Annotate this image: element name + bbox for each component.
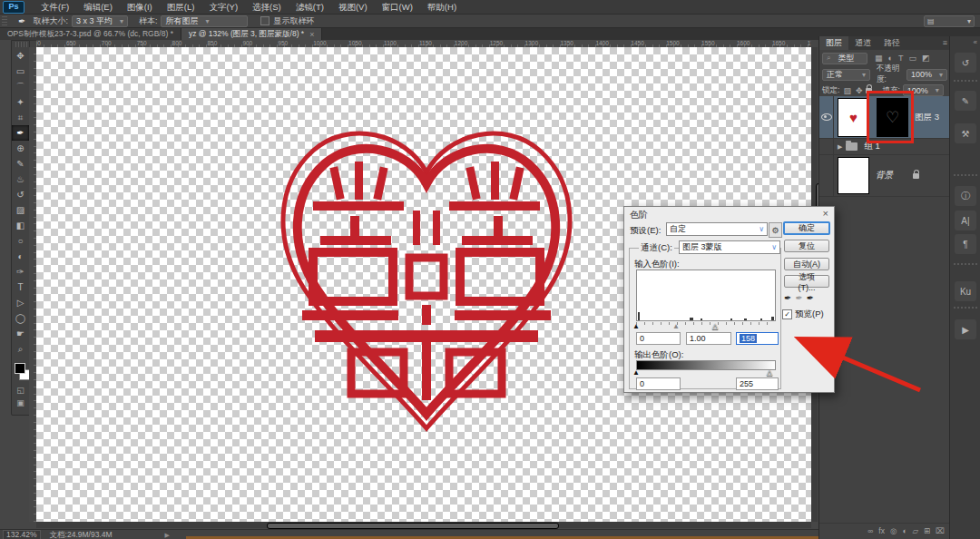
brush-presets-icon[interactable]: ✎ — [955, 91, 976, 111]
info-icon[interactable]: ⓘ — [955, 186, 976, 206]
zoom-level-field[interactable]: 132.42% — [3, 530, 41, 539]
sample-size-dropdown[interactable]: 3 x 3 平均 ▾ — [72, 15, 128, 27]
paragraph-icon[interactable]: ¶ — [955, 234, 976, 254]
collapse-panels-icon[interactable]: « — [974, 38, 977, 46]
panel-tab-0[interactable]: 图层 — [819, 36, 848, 50]
screen-mode-icon[interactable]: ▣ — [12, 397, 29, 409]
tool-gradient[interactable]: ◧ — [12, 218, 29, 233]
kuler-icon[interactable]: Ku — [955, 281, 976, 301]
document-tab-active[interactable]: yz @ 132% (图层 3, 图层蒙版/8) * × — [181, 28, 322, 40]
tool-clone-stamp[interactable]: ♨ — [12, 172, 29, 187]
options-button[interactable]: 选项(T)... — [784, 275, 829, 288]
visibility-toggle[interactable] — [819, 155, 834, 196]
tool-dodge[interactable]: ◐ — [12, 249, 29, 264]
tool-pen[interactable]: ✑ — [12, 264, 29, 279]
channel-dropdown[interactable]: 图层 3蒙版 ∨ — [679, 240, 780, 254]
filter-kind-dropdown[interactable]: ⌕ 类型 — [822, 53, 867, 64]
tool-hand[interactable]: ☛ — [12, 326, 29, 341]
quick-mask-icon[interactable]: ◱ — [12, 384, 29, 397]
menu-item[interactable]: 帮助(H) — [420, 0, 464, 14]
gear-icon[interactable]: ⚙ — [769, 222, 782, 238]
tool-ellipse[interactable]: ◯ — [12, 310, 29, 326]
blend-mode-dropdown[interactable]: 正常 ▾ — [822, 69, 870, 81]
input-black-slider[interactable]: ▲ — [632, 323, 640, 330]
tool-healing-brush[interactable]: ⊕ — [12, 141, 29, 156]
tool-blur[interactable]: ○ — [12, 233, 29, 249]
expand-triangle-icon[interactable]: ▶ — [838, 143, 842, 151]
actions-icon[interactable]: ▶ — [955, 319, 976, 339]
new-layer-icon[interactable]: ⊞ — [924, 526, 930, 535]
menu-item[interactable]: 文字(Y) — [201, 0, 245, 14]
output-white-field[interactable]: 255 — [736, 377, 779, 390]
tool-crop[interactable]: ⌗ — [12, 110, 29, 125]
tool-path-select[interactable]: ▷ — [12, 295, 29, 310]
filter-adjustment-icon[interactable]: ◐ — [887, 54, 894, 63]
filter-type-icon[interactable]: T — [897, 54, 905, 63]
menu-item[interactable]: 选择(S) — [245, 0, 289, 14]
background-layer-row[interactable]: 背景 — [819, 155, 950, 197]
layer-thumbnail[interactable]: ♥ — [838, 98, 869, 137]
reset-button[interactable]: 复位 — [784, 240, 829, 252]
input-black-field[interactable]: 0 — [636, 332, 681, 345]
layer-name[interactable]: 背景 — [876, 170, 893, 181]
tool-type[interactable]: T — [12, 279, 29, 295]
auto-button[interactable]: 自动(A) — [784, 258, 829, 270]
filter-smart-object-icon[interactable]: ◩ — [921, 54, 931, 63]
document-tab[interactable]: OPS制作模板23-7-3.psd @ 66.7% (dc, RGB/8) * — [0, 28, 181, 40]
layer-thumbnail[interactable] — [838, 157, 869, 194]
close-icon[interactable]: × — [823, 208, 828, 219]
output-white-slider[interactable]: △ — [767, 369, 772, 377]
filter-shape-icon[interactable]: ▭ — [907, 54, 917, 63]
visibility-toggle[interactable] — [819, 96, 834, 138]
add-mask-icon[interactable]: ◎ — [890, 526, 897, 535]
sample-dropdown[interactable]: 所有图层 ▾ — [161, 15, 248, 27]
close-icon[interactable]: × — [309, 30, 314, 39]
input-gamma-field[interactable]: 1.00 — [686, 332, 731, 345]
tool-eyedropper[interactable]: ✒ — [12, 125, 29, 141]
tool-marquee[interactable]: ▭ — [12, 64, 29, 79]
foreground-color-swatch[interactable] — [15, 363, 25, 374]
menu-item[interactable]: 编辑(E) — [76, 0, 120, 14]
character-icon[interactable]: A| — [955, 211, 976, 230]
new-group-icon[interactable]: ▱ — [913, 526, 919, 535]
input-white-field[interactable]: 158 — [736, 332, 779, 345]
delete-layer-icon[interactable]: ⌧ — [936, 526, 945, 535]
color-swatches[interactable] — [14, 362, 29, 384]
input-white-slider[interactable]: △ — [712, 323, 718, 330]
horizontal-scrollbar[interactable] — [36, 522, 811, 528]
layer-name[interactable]: 图层 3 — [915, 112, 939, 123]
tool-move[interactable]: ✥ — [12, 48, 29, 64]
menu-item[interactable]: 滤镜(T) — [289, 0, 331, 14]
tool-eraser[interactable]: ▨ — [12, 202, 29, 218]
ok-button[interactable]: 确定 — [783, 221, 830, 235]
link-layers-icon[interactable]: ∞ — [867, 526, 873, 535]
preview-checkbox[interactable]: ✓ — [782, 309, 792, 319]
black-point-eyedropper-icon[interactable]: ✒ — [784, 293, 791, 303]
preset-dropdown[interactable]: 自定 ∨ — [666, 222, 768, 236]
menu-item[interactable]: 视图(V) — [331, 0, 375, 14]
tool-history-brush[interactable]: ↺ — [12, 187, 29, 202]
lock-position-icon[interactable]: ✥ — [855, 86, 864, 95]
filter-pixel-icon[interactable]: ▦ — [874, 54, 884, 63]
workspace-switcher[interactable]: ▤ ▾ — [924, 15, 975, 27]
tool-lasso[interactable]: ⌒ — [12, 79, 29, 94]
panel-menu-icon[interactable]: ≡ — [943, 36, 947, 50]
tool-presets-icon[interactable]: ⚒ — [955, 123, 976, 143]
status-arrow-icon[interactable]: ▶ — [165, 532, 170, 539]
toolbar-grip[interactable] — [15, 42, 27, 47]
show-ring-checkbox[interactable] — [260, 16, 270, 25]
adjustment-layer-icon[interactable]: ◐ — [902, 526, 906, 535]
visibility-toggle[interactable] — [819, 139, 834, 154]
lock-transparency-icon[interactable]: ▨ — [842, 86, 852, 95]
output-black-field[interactable]: 0 — [636, 377, 681, 390]
layer-style-icon[interactable]: fx — [878, 526, 885, 535]
menu-item[interactable]: 图层(L) — [160, 0, 202, 14]
gray-point-eyedropper-icon[interactable]: ✒ — [795, 293, 802, 303]
menu-item[interactable]: 文件(F) — [34, 0, 76, 14]
panel-tab-1[interactable]: 通道 — [848, 36, 877, 50]
output-black-slider[interactable]: ▲ — [632, 369, 640, 377]
history-icon[interactable]: ↺ — [955, 53, 976, 73]
eyedropper-icon[interactable]: ✒ — [18, 16, 25, 26]
panel-tab-2[interactable]: 路径 — [877, 36, 906, 50]
tool-zoom[interactable]: ⌕ — [12, 341, 29, 357]
